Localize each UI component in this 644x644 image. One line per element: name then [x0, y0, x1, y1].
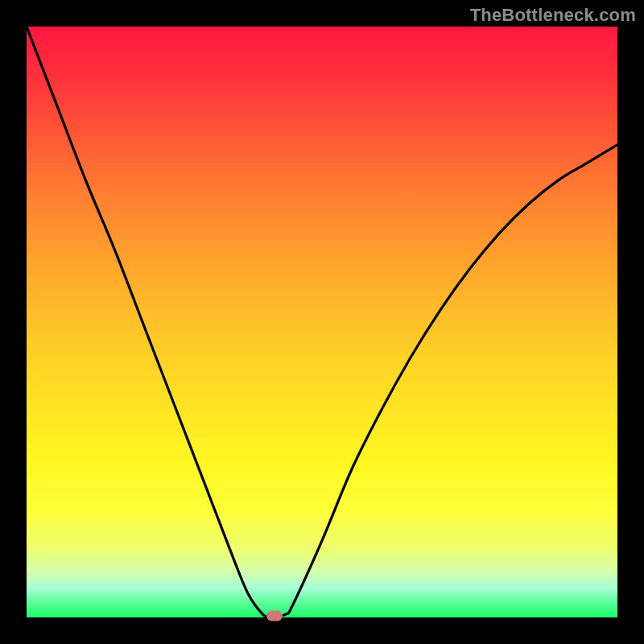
chart-frame: TheBottleneck.com	[0, 0, 644, 644]
watermark-text: TheBottleneck.com	[470, 5, 636, 26]
plot-area	[27, 27, 617, 617]
bottleneck-curve	[27, 27, 617, 617]
minimum-marker	[266, 610, 283, 621]
